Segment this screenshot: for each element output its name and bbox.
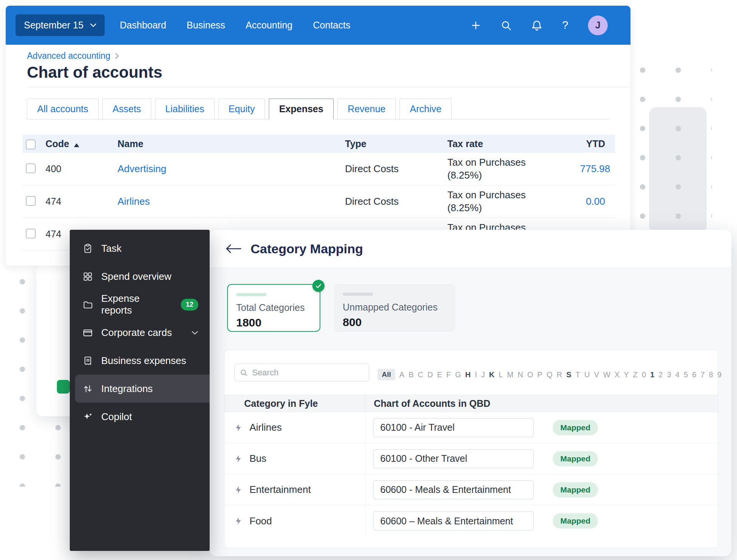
- filter-char[interactable]: E: [437, 370, 442, 379]
- nav-dashboard[interactable]: Dashboard: [120, 20, 166, 31]
- total-categories-card[interactable]: Total Categories 1800: [227, 284, 320, 332]
- tab-expenses[interactable]: Expenses: [269, 99, 334, 119]
- mapped-status-badge: Mapped: [553, 513, 598, 529]
- row-checkbox[interactable]: [26, 163, 36, 173]
- filter-char[interactable]: J: [481, 370, 485, 379]
- unmapped-categories-card[interactable]: Unmapped Categories 800: [334, 284, 455, 332]
- filter-char[interactable]: 9: [717, 370, 721, 379]
- category-name: Bus: [249, 453, 267, 464]
- filter-char[interactable]: 8: [709, 370, 713, 379]
- filter-char[interactable]: 7: [701, 370, 705, 379]
- breadcrumb-chevron-icon: [115, 53, 119, 59]
- filter-char[interactable]: D: [427, 370, 433, 379]
- row-checkbox[interactable]: [26, 196, 36, 206]
- filter-char[interactable]: X: [615, 370, 619, 379]
- filter-char[interactable]: S: [566, 370, 571, 379]
- filter-char[interactable]: B: [409, 370, 414, 379]
- filter-char[interactable]: K: [489, 370, 494, 379]
- account-select[interactable]: 60600 - Meals & Entertainment: [373, 480, 534, 499]
- nav-business[interactable]: Business: [187, 20, 225, 31]
- filter-char[interactable]: U: [584, 370, 590, 379]
- sidebar-item-label: Spend overview: [101, 271, 171, 282]
- sidebar-item-integrations[interactable]: Integrations: [75, 375, 210, 403]
- mapping-row: Airlines 60100 - Air Travel Mapped: [224, 412, 718, 443]
- account-row: 400 Advertising Direct Costs Tax on Purc…: [23, 153, 615, 185]
- sidebar-item-spend-overview[interactable]: Spend overview: [70, 262, 210, 290]
- tab-equity[interactable]: Equity: [218, 99, 265, 119]
- notifications-bell-icon[interactable]: [531, 20, 543, 31]
- filter-char[interactable]: 1: [650, 370, 654, 379]
- sparkle-icon: [83, 412, 93, 422]
- sidebar-item-expense-reports[interactable]: Expense reports 12: [70, 290, 210, 318]
- filter-char[interactable]: 0: [642, 370, 646, 379]
- filter-char[interactable]: P: [537, 370, 542, 379]
- account-select[interactable]: 60100 - Other Travel: [373, 449, 534, 468]
- mapped-status-badge: Mapped: [553, 451, 598, 466]
- search-icon[interactable]: [501, 20, 511, 31]
- help-icon[interactable]: ?: [562, 19, 568, 31]
- sidebar-item-copilot[interactable]: Copilot: [70, 403, 210, 431]
- column-ytd[interactable]: YTD: [580, 138, 605, 149]
- tab-assets[interactable]: Assets: [102, 99, 151, 119]
- card-label: Total Categories: [236, 302, 311, 313]
- column-tax-rate[interactable]: Tax rate: [447, 138, 580, 149]
- alphabet-filter: All ABCDEFGHIJKLMNOPQRSTUVWXYZ0123456789: [378, 369, 710, 380]
- nav-contacts[interactable]: Contacts: [313, 20, 351, 31]
- account-select[interactable]: 60100 - Air Travel: [373, 418, 534, 437]
- tab-revenue[interactable]: Revenue: [337, 99, 396, 119]
- user-avatar[interactable]: J: [588, 16, 608, 35]
- filter-char[interactable]: Y: [624, 370, 629, 379]
- filter-char[interactable]: O: [527, 370, 533, 379]
- sidebar-item-task[interactable]: Task: [70, 234, 210, 262]
- filter-char[interactable]: 2: [659, 370, 663, 379]
- filter-char[interactable]: G: [455, 370, 461, 379]
- filter-char[interactable]: M: [507, 370, 514, 379]
- filter-char[interactable]: L: [499, 370, 503, 379]
- filter-char[interactable]: N: [517, 370, 523, 379]
- filter-char[interactable]: 3: [667, 370, 671, 379]
- filter-char[interactable]: 5: [684, 370, 688, 379]
- date-selector-button[interactable]: September 15: [16, 14, 105, 36]
- column-type[interactable]: Type: [345, 138, 447, 149]
- filter-char[interactable]: Q: [547, 370, 553, 379]
- filter-char[interactable]: Z: [633, 370, 638, 379]
- tab-all-accounts[interactable]: All accounts: [27, 99, 99, 119]
- filter-char[interactable]: H: [465, 370, 470, 379]
- filter-char[interactable]: C: [418, 370, 423, 379]
- column-name[interactable]: Name: [118, 138, 345, 149]
- filter-all[interactable]: All: [378, 369, 395, 380]
- sidebar-item-business-expenses[interactable]: Business expenses: [70, 347, 210, 375]
- sidebar-item-corporate-cards[interactable]: Corporate cards: [70, 318, 210, 347]
- breadcrumb[interactable]: Advanced accounting: [27, 51, 119, 61]
- add-icon[interactable]: [470, 20, 481, 31]
- account-code: 474: [45, 196, 118, 207]
- tab-archive[interactable]: Archive: [400, 99, 452, 119]
- column-code[interactable]: Code: [45, 138, 118, 149]
- receipt-icon: [83, 356, 93, 366]
- bolt-icon: [234, 516, 243, 526]
- filter-char[interactable]: 6: [692, 370, 696, 379]
- filter-char[interactable]: A: [399, 370, 404, 379]
- filter-char[interactable]: R: [557, 370, 562, 379]
- filter-char[interactable]: F: [446, 370, 451, 379]
- row-checkbox[interactable]: [26, 229, 36, 238]
- account-select[interactable]: 60600 – Meals & Entertainment: [373, 511, 534, 530]
- select-all-checkbox[interactable]: [26, 140, 36, 149]
- account-ytd-link[interactable]: 0.00: [580, 196, 605, 207]
- account-ytd-link[interactable]: 775.98: [580, 163, 610, 175]
- tab-liabilities[interactable]: Liabilities: [155, 99, 215, 119]
- mapping-row: Bus 60100 - Other Travel Mapped: [224, 443, 718, 474]
- nav-accounting[interactable]: Accounting: [246, 20, 293, 31]
- filter-char[interactable]: 4: [675, 370, 679, 379]
- card-progress-bar: [343, 293, 373, 296]
- filter-char[interactable]: I: [475, 370, 477, 379]
- account-name-link[interactable]: Advertising: [118, 163, 345, 175]
- account-name-link[interactable]: Airlines: [118, 196, 345, 207]
- filter-char[interactable]: W: [603, 370, 610, 379]
- back-button[interactable]: [224, 243, 241, 254]
- search-icon: [240, 369, 248, 377]
- search-input[interactable]: [251, 367, 364, 378]
- filter-char[interactable]: T: [575, 370, 580, 379]
- main-nav: Dashboard Business Accounting Contacts: [120, 20, 350, 31]
- filter-char[interactable]: V: [594, 370, 599, 379]
